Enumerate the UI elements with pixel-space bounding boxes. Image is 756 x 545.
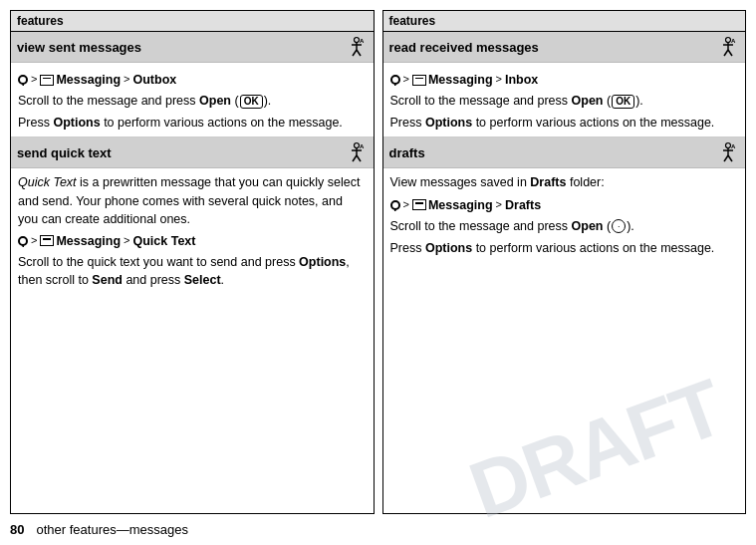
nav-messaging-4: Messaging xyxy=(428,196,493,214)
section-view-sent-messages: view sent messages A xyxy=(11,32,374,137)
page-number: 80 xyxy=(10,522,24,537)
accessibility-icon-4: A xyxy=(717,141,739,163)
svg-line-22 xyxy=(728,155,732,161)
section-title-drafts: drafts xyxy=(389,145,425,160)
nav-arrow-2: > xyxy=(124,72,129,88)
svg-point-6 xyxy=(354,143,359,148)
svg-line-4 xyxy=(357,50,361,56)
nav-arrow-7: > xyxy=(403,197,409,213)
page-wrapper: features view sent messages xyxy=(0,0,756,545)
right-column: features read received messages xyxy=(382,10,747,514)
envelope-icon-4 xyxy=(412,199,426,210)
envelope-icon-1 xyxy=(40,75,54,86)
accessibility-icon-2: A xyxy=(346,141,368,163)
nav-arrow-8: > xyxy=(496,197,502,213)
nav-line-outbox: > Messaging > Outbox xyxy=(18,71,367,89)
svg-point-0 xyxy=(354,38,359,43)
nav-arrow-3: > xyxy=(31,233,37,249)
received-options-text: Press Options to perform various actions… xyxy=(390,114,739,132)
nav-line-inbox: > Messaging > Inbox xyxy=(390,71,739,89)
section-drafts: drafts A xyxy=(383,137,746,262)
section-read-received: read received messages A xyxy=(383,32,746,137)
svg-text:A: A xyxy=(731,38,736,44)
footer: 80 other features—messages xyxy=(0,514,756,545)
section-body-view-sent: > Messaging > Outbox Scroll to the messa… xyxy=(11,63,374,136)
nav-arrow-5: > xyxy=(403,72,409,88)
section-header-view-sent: view sent messages A xyxy=(11,32,374,63)
nav-line-drafts: > Messaging > Drafts xyxy=(390,196,739,214)
nav-arrow-1: > xyxy=(31,72,37,88)
nav-outbox: Outbox xyxy=(132,71,176,89)
nav-inbox: Inbox xyxy=(505,71,538,89)
svg-line-3 xyxy=(353,50,357,56)
svg-point-18 xyxy=(726,143,731,148)
section-header-drafts: drafts A xyxy=(383,137,746,168)
nav-dot-3 xyxy=(390,75,400,85)
envelope-icon-3 xyxy=(412,75,426,86)
svg-line-16 xyxy=(728,50,732,56)
nav-messaging-1: Messaging xyxy=(56,71,121,89)
drafts-intro: View messages saved in Drafts folder: xyxy=(390,173,739,191)
quick-text-scroll-text: Scroll to the quick text you want to sen… xyxy=(18,253,367,289)
right-col-body: read received messages A xyxy=(383,32,746,262)
section-title-view-sent: view sent messages xyxy=(17,40,141,55)
content-area: features view sent messages xyxy=(0,0,756,514)
section-send-quick-text: send quick text A xyxy=(11,137,374,294)
left-col-body: view sent messages A xyxy=(11,32,374,294)
section-title-read-received: read received messages xyxy=(389,40,539,55)
nav-drafts: Drafts xyxy=(505,196,541,214)
left-col-header: features xyxy=(11,11,374,32)
drafts-scroll-text: Scroll to the message and press Open (·)… xyxy=(390,217,739,235)
svg-text:A: A xyxy=(731,143,736,149)
sent-options-text: Press Options to perform various actions… xyxy=(18,114,367,132)
svg-text:A: A xyxy=(360,143,365,149)
quick-text-desc: Quick Text is a prewritten message that … xyxy=(18,173,367,227)
nav-dot-1 xyxy=(18,75,28,85)
svg-text:A: A xyxy=(360,38,365,44)
accessibility-icon-1: A xyxy=(346,36,368,58)
svg-line-15 xyxy=(724,50,728,56)
right-col-header: features xyxy=(383,11,746,32)
accessibility-icon-3: A xyxy=(717,36,739,58)
nav-messaging-3: Messaging xyxy=(428,71,493,89)
page-label: other features—messages xyxy=(36,522,187,537)
nav-line-quick-text: > Messaging > Quick Text xyxy=(18,232,367,250)
svg-line-21 xyxy=(724,155,728,161)
section-title-quick-text: send quick text xyxy=(17,145,112,160)
svg-line-10 xyxy=(357,155,361,161)
section-header-read-received: read received messages A xyxy=(383,32,746,63)
svg-point-12 xyxy=(726,38,731,43)
section-body-read-received: > Messaging > Inbox Scroll to the messag… xyxy=(383,63,746,136)
nav-arrow-6: > xyxy=(496,72,502,88)
section-body-drafts: View messages saved in Drafts folder: > … xyxy=(383,168,746,262)
received-scroll-text: Scroll to the message and press Open (OK… xyxy=(390,92,739,110)
nav-quick-text: Quick Text xyxy=(132,232,195,250)
nav-arrow-4: > xyxy=(124,233,129,249)
nav-dot-4 xyxy=(390,200,400,210)
nav-dot-2 xyxy=(18,236,28,246)
nav-messaging-2: Messaging xyxy=(56,232,121,250)
drafts-options-text: Press Options to perform various actions… xyxy=(390,239,739,257)
envelope-icon-2 xyxy=(40,235,54,246)
section-header-quick-text: send quick text A xyxy=(11,137,374,168)
section-body-quick-text: Quick Text is a prewritten message that … xyxy=(11,168,374,294)
center-dot-icon: · xyxy=(612,219,626,233)
sent-scroll-text: Scroll to the message and press Open (OK… xyxy=(18,92,367,110)
svg-line-9 xyxy=(353,155,357,161)
left-column: features view sent messages xyxy=(10,10,375,514)
